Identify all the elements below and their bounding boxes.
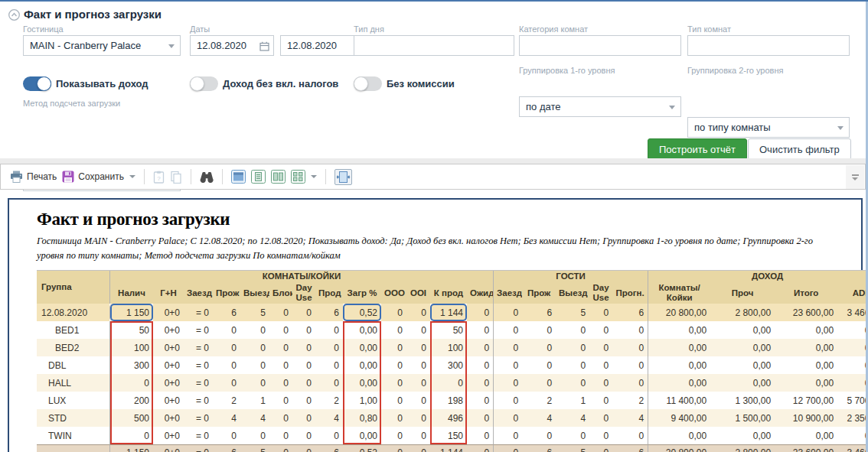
cell: 0 xyxy=(269,444,292,452)
cell: 0 xyxy=(467,356,493,374)
cell: 0 xyxy=(467,339,493,356)
cell: 0,00 xyxy=(710,321,775,339)
cell: 0 xyxy=(240,427,269,444)
cell: 0 xyxy=(493,409,522,427)
cell: 0+0 xyxy=(153,339,184,356)
cell: 500 xyxy=(109,409,153,427)
cell: 1 150 xyxy=(109,304,153,321)
chevron-down-icon xyxy=(669,106,675,109)
cell: 0 xyxy=(589,374,612,392)
build-report-button[interactable]: Построить отчёт xyxy=(648,138,747,160)
cell: 0 xyxy=(315,321,343,339)
cell: 0+0 xyxy=(153,356,184,374)
cell: 23 600,00 xyxy=(775,444,837,452)
show-income-toggle[interactable] xyxy=(23,76,51,91)
cell: 2 350,00 xyxy=(837,409,868,427)
no-commission-toggle-row: Без комиссии xyxy=(354,76,455,91)
view-normal-button[interactable] xyxy=(231,170,246,184)
cell: = 0 xyxy=(184,374,213,392)
cell: 2 xyxy=(522,392,556,409)
cell: 2 xyxy=(612,392,648,409)
table-row: DBL3000+0= 0000000,00003000000000,000,00… xyxy=(37,356,868,374)
income-no-tax-toggle[interactable] xyxy=(190,76,218,91)
cell: 2 800,00 xyxy=(710,304,775,321)
chevron-down-icon xyxy=(129,175,135,178)
cell: 5 xyxy=(240,304,269,321)
search-button[interactable] xyxy=(200,171,214,183)
cell: 0 xyxy=(467,374,493,392)
cell: 0,00 xyxy=(775,339,837,356)
room-type-input[interactable] xyxy=(687,35,850,56)
grouping1-label: Группировка 1-го уровня xyxy=(519,66,615,75)
cell: 0 xyxy=(213,427,240,444)
cell: 0 xyxy=(589,356,612,374)
view-page-button[interactable] xyxy=(251,170,266,184)
column-header: Г+Н xyxy=(153,282,184,304)
chevron-down-icon xyxy=(311,175,317,178)
cell: 0 xyxy=(315,427,343,444)
print-button[interactable]: Печать xyxy=(10,171,57,183)
grouping1-select-value: по дате xyxy=(526,101,560,112)
grouping2-label: Группировка 2-го уровня xyxy=(687,66,783,75)
cell: 0 xyxy=(589,427,612,444)
no-commission-toggle-label: Без комиссии xyxy=(387,78,455,89)
cell: 23 600,00 xyxy=(775,304,837,321)
section-header: ГОСТИ xyxy=(493,271,648,282)
toolbar-separator xyxy=(144,169,145,184)
cell: 0 xyxy=(381,339,406,356)
chevron-down-icon xyxy=(168,44,175,48)
cell: 0,00 xyxy=(648,321,710,339)
cell: 0,00 xyxy=(837,339,868,356)
save-button[interactable]: Сохранить xyxy=(62,171,135,183)
clear-filter-button[interactable]: Очистить фильтр xyxy=(748,138,851,160)
cell: 1 144 xyxy=(430,444,467,452)
cell: = 0 xyxy=(184,304,213,321)
cell: 100 xyxy=(109,339,153,356)
cell: 6 xyxy=(612,444,648,452)
cell: 0 xyxy=(381,374,406,392)
column-header: ООО xyxy=(381,282,406,304)
view-grid-button[interactable] xyxy=(291,170,317,184)
room-category-input[interactable] xyxy=(519,35,681,56)
no-commission-toggle[interactable] xyxy=(354,76,382,91)
date-to-input[interactable] xyxy=(280,35,360,56)
report-title: Факт и прогноз загрузки xyxy=(37,210,861,229)
day-type-input[interactable] xyxy=(354,35,514,56)
column-header: Прож xyxy=(213,282,240,304)
cell: 0 xyxy=(213,374,240,392)
cell: 0 xyxy=(612,321,648,339)
cell: 0 xyxy=(467,392,493,409)
cell: 0 xyxy=(292,444,315,452)
cell: 0,00 xyxy=(648,427,710,444)
cell: 0 xyxy=(109,374,153,392)
toggle-knob xyxy=(190,76,204,91)
cell: 0 xyxy=(213,321,240,339)
cell: 0 xyxy=(292,374,315,392)
cell: 0 xyxy=(406,427,430,444)
hotel-select[interactable]: MAIN - Cranberry Palace xyxy=(23,35,181,56)
page-width-button[interactable] xyxy=(334,169,352,185)
cell: = 0 xyxy=(184,392,213,409)
cell: 0 xyxy=(467,444,493,452)
cell: 0 xyxy=(467,304,493,321)
cell: = 0 xyxy=(184,427,213,444)
cell: 1 xyxy=(240,392,269,409)
view-split-button[interactable] xyxy=(271,170,286,184)
row-label: DBL xyxy=(37,356,109,374)
table-row: TWIN00+0= 0000000,00001500000000,000,000… xyxy=(37,427,868,444)
grouping2-select[interactable]: по типу комнаты xyxy=(687,117,850,138)
income-no-tax-toggle-label: Доход без вкл. налогов xyxy=(223,78,338,89)
column-header: Налич xyxy=(109,282,153,304)
print-icon xyxy=(10,171,23,183)
cell: 0 xyxy=(493,427,522,444)
column-header: Блок xyxy=(269,282,292,304)
cell: 0 xyxy=(315,374,343,392)
column-header: Day Use xyxy=(292,282,315,304)
toolbar-overflow-button[interactable] xyxy=(846,165,864,189)
cell: 4 xyxy=(522,409,556,427)
collapse-panel-icon[interactable] xyxy=(8,9,20,21)
calendar-icon[interactable] xyxy=(259,41,269,54)
cell: 0 xyxy=(522,427,556,444)
column-header: Выезд xyxy=(240,282,269,304)
grouping1-select[interactable]: по дате xyxy=(519,96,681,117)
